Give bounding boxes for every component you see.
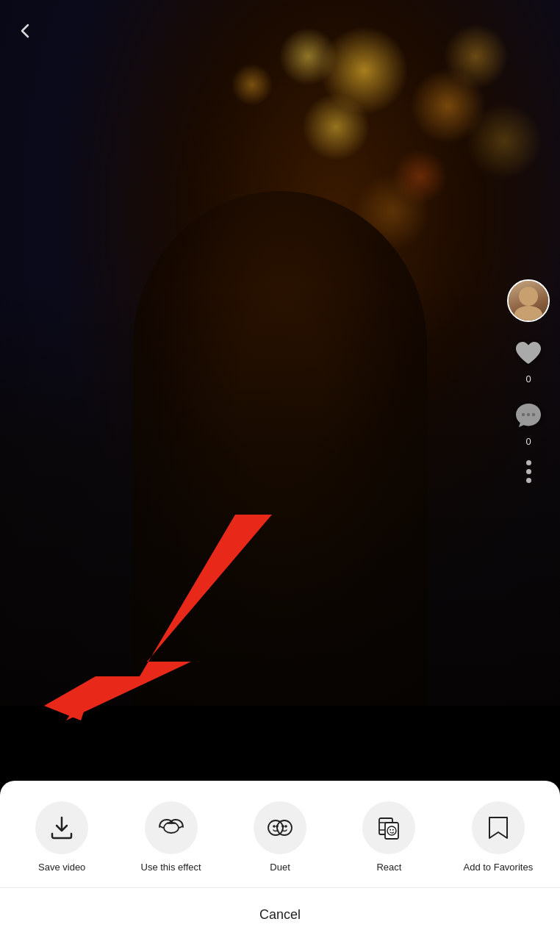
- like-count: 0: [525, 373, 531, 384]
- svg-point-2: [532, 413, 535, 416]
- save-video-icon-circle: [35, 801, 88, 854]
- action-sheet: Save video Use this effect: [0, 781, 560, 941]
- heart-icon: [511, 335, 546, 371]
- use-effect-icon-circle: [145, 801, 198, 854]
- svg-point-8: [276, 825, 279, 828]
- svg-point-16: [390, 829, 392, 831]
- duet-label: Duet: [270, 862, 290, 874]
- use-effect-button[interactable]: Use this effect: [116, 801, 225, 874]
- duet-button[interactable]: Duet: [226, 801, 334, 874]
- comment-count: 0: [525, 436, 531, 447]
- svg-point-9: [281, 825, 284, 828]
- add-favorites-label: Add to Favorites: [464, 862, 534, 874]
- duet-icon-circle: [254, 801, 306, 854]
- dots-indicator: [526, 460, 531, 483]
- dark-overlay: [0, 282, 560, 706]
- svg-point-6: [277, 820, 292, 835]
- react-icon-circle: [362, 801, 415, 854]
- svg-point-10: [284, 825, 287, 828]
- like-button-wrap[interactable]: 0: [511, 335, 546, 384]
- avatar[interactable]: [507, 279, 550, 322]
- video-background: [0, 0, 560, 706]
- save-video-label: Save video: [38, 862, 85, 874]
- comment-icon: [511, 398, 546, 433]
- right-sidebar: 0 0: [507, 279, 550, 483]
- back-button[interactable]: [15, 21, 35, 41]
- react-button[interactable]: React: [334, 801, 443, 874]
- save-video-button[interactable]: Save video: [7, 801, 116, 874]
- add-favorites-button[interactable]: Add to Favorites: [444, 801, 553, 874]
- svg-point-5: [268, 820, 283, 835]
- cancel-button[interactable]: Cancel: [0, 888, 560, 941]
- react-label: React: [376, 862, 401, 874]
- svg-point-7: [273, 825, 276, 828]
- svg-point-0: [522, 413, 525, 416]
- svg-point-17: [392, 829, 394, 831]
- use-effect-label: Use this effect: [141, 862, 201, 874]
- comment-button-wrap[interactable]: 0: [511, 398, 546, 447]
- action-row: Save video Use this effect: [0, 781, 560, 888]
- add-favorites-icon-circle: [472, 801, 525, 854]
- cancel-label: Cancel: [259, 907, 301, 923]
- svg-point-1: [527, 413, 530, 416]
